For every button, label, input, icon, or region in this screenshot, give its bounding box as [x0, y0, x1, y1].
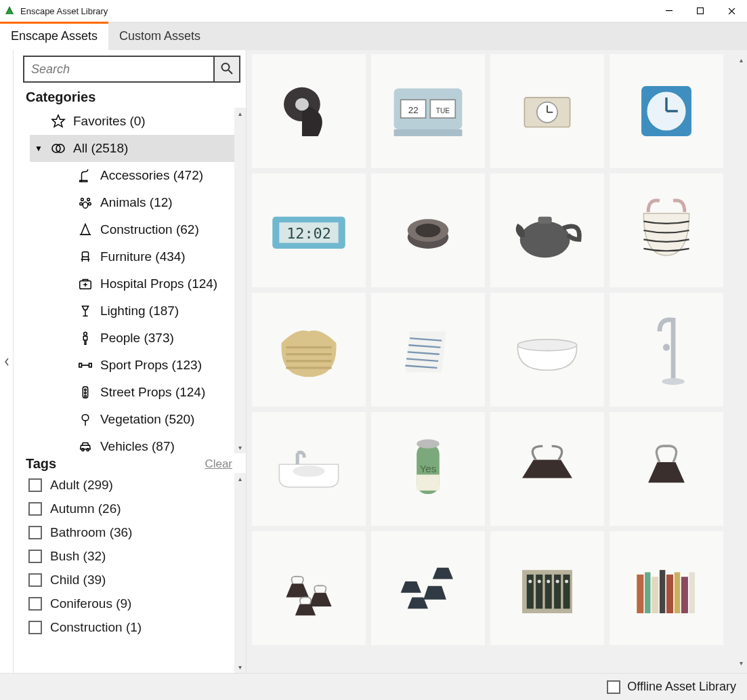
svg-rect-54 [538, 217, 552, 224]
tag-row[interactable]: Adult (299) [28, 473, 234, 497]
tag-label: Bathroom (36) [50, 525, 132, 540]
scrollbar-up-icon[interactable]: ▴ [234, 473, 246, 485]
tab-label: Enscape Assets [11, 29, 98, 43]
category-lighting[interactable]: Lighting (187) [30, 297, 234, 325]
asset-tile[interactable] [252, 54, 366, 168]
all-icon [50, 140, 66, 157]
window-minimize-button[interactable] [654, 0, 685, 22]
tree-label: Accessories (472) [100, 168, 203, 183]
svg-point-26 [85, 389, 87, 391]
lighting-icon [77, 303, 93, 319]
svg-rect-3 [698, 8, 704, 14]
svg-point-12 [80, 203, 83, 205]
asset-tile[interactable] [371, 531, 485, 645]
asset-tile[interactable] [371, 173, 485, 287]
asset-tile[interactable] [371, 293, 485, 407]
tag-checkbox[interactable] [28, 597, 42, 611]
category-vehicles[interactable]: Vehicles (87) [30, 433, 234, 453]
svg-rect-87 [652, 577, 658, 613]
scrollbar-up-icon[interactable]: ▴ [234, 108, 246, 119]
asset-tile[interactable] [610, 412, 723, 526]
tag-checkbox[interactable] [28, 573, 42, 587]
tag-row[interactable]: Construction (1) [28, 615, 234, 639]
svg-point-84 [565, 579, 568, 583]
animals-icon [77, 194, 93, 211]
asset-tile[interactable] [610, 531, 723, 645]
categories-scrollbar[interactable]: ▴ ▾ [234, 108, 246, 453]
search-button[interactable] [213, 56, 240, 83]
categories-pane: Favorites (0)▼All (2518)Accessories (472… [14, 108, 246, 453]
window-close-button[interactable] [716, 0, 747, 22]
svg-marker-72 [433, 568, 453, 579]
grid-scrollbar[interactable]: ▴ ▾ [735, 54, 747, 669]
scrollbar-up-icon[interactable]: ▴ [735, 54, 747, 66]
asset-tile[interactable] [610, 173, 723, 287]
svg-rect-17 [82, 252, 88, 257]
category-hospital[interactable]: Hospital Props (124) [30, 270, 234, 297]
svg-point-28 [85, 395, 87, 397]
tag-row[interactable]: Bush (32) [28, 544, 234, 568]
category-furniture[interactable]: Furniture (434) [30, 243, 234, 270]
category-animals[interactable]: Animals (12) [30, 189, 234, 216]
tag-row[interactable]: Child (39) [28, 568, 234, 592]
window-maximize-button[interactable] [685, 0, 716, 22]
category-all[interactable]: ▼All (2518) [30, 135, 234, 162]
asset-tile[interactable] [252, 412, 366, 526]
svg-point-83 [556, 579, 559, 583]
category-sport[interactable]: Sport Props (123) [30, 352, 234, 379]
asset-tile[interactable]: 22TUE [371, 54, 485, 168]
tag-row[interactable]: Coniferous (9) [28, 592, 234, 615]
tag-checkbox[interactable] [28, 621, 42, 634]
category-vegetation[interactable]: Vegetation (520) [30, 406, 234, 433]
category-people[interactable]: People (373) [30, 325, 234, 352]
category-street[interactable]: Street Props (124) [30, 379, 234, 406]
svg-rect-85 [637, 575, 643, 613]
asset-tile[interactable] [490, 412, 604, 526]
asset-tile[interactable] [490, 531, 604, 645]
tag-row[interactable]: Autumn (26) [28, 497, 234, 520]
accessories-icon [77, 167, 93, 184]
asset-tile[interactable]: 12:02 [252, 173, 366, 287]
asset-tile[interactable] [252, 293, 366, 407]
scrollbar-down-icon[interactable]: ▾ [234, 661, 246, 673]
offline-checkbox[interactable] [607, 680, 620, 694]
svg-rect-86 [645, 572, 650, 613]
asset-tile[interactable] [610, 54, 723, 168]
tags-list: Adult (299)Autumn (26)Bathroom (36)Bush … [14, 473, 234, 673]
svg-rect-38 [394, 129, 463, 136]
tag-checkbox[interactable] [28, 550, 42, 563]
asset-tile[interactable] [610, 293, 723, 407]
tag-row[interactable]: Bathroom (36) [28, 520, 234, 544]
asset-tile[interactable] [490, 173, 604, 287]
street-icon [77, 384, 93, 400]
category-favorites[interactable]: Favorites (0) [30, 108, 234, 135]
tag-checkbox[interactable] [28, 478, 42, 492]
svg-point-58 [663, 344, 670, 351]
asset-grid: 22TUE12:02Yes [252, 54, 735, 669]
asset-tile[interactable] [252, 531, 366, 645]
tab-label: Custom Assets [119, 29, 200, 43]
tab-enscape-assets[interactable]: Enscape Assets [0, 22, 108, 50]
scrollbar-down-icon[interactable]: ▾ [735, 657, 747, 669]
asset-tile[interactable]: Yes [371, 412, 485, 526]
category-construction[interactable]: Construction (62) [30, 216, 234, 243]
search-row [23, 56, 240, 83]
tags-scrollbar[interactable]: ▴ ▾ [234, 473, 246, 673]
tag-checkbox[interactable] [28, 526, 42, 539]
sidebar-toggle[interactable] [0, 50, 14, 673]
tag-label: Coniferous (9) [50, 596, 131, 611]
tree-label: Street Props (124) [100, 385, 205, 400]
tag-checkbox[interactable] [28, 502, 42, 516]
asset-tile[interactable] [490, 293, 604, 407]
tags-clear-button[interactable]: Clear [205, 457, 232, 471]
search-input[interactable] [23, 56, 213, 83]
scrollbar-down-icon[interactable]: ▾ [234, 442, 246, 453]
tags-pane: Adult (299)Autumn (26)Bathroom (36)Bush … [14, 473, 246, 673]
svg-marker-70 [401, 581, 421, 593]
asset-tile[interactable] [490, 54, 604, 168]
category-accessories[interactable]: Accessories (472) [30, 162, 234, 189]
tabs: Enscape Assets Custom Assets [0, 22, 747, 50]
svg-point-4 [222, 63, 230, 70]
svg-point-13 [89, 203, 91, 205]
tab-custom-assets[interactable]: Custom Assets [108, 22, 211, 50]
